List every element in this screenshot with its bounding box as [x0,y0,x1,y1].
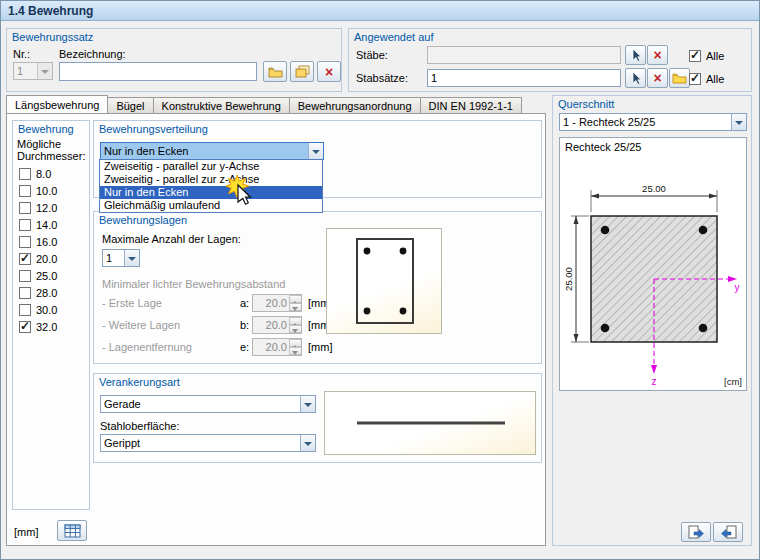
diameter-label: 12.0 [36,202,57,214]
lagenentfernung-label: - Lagenentfernung [102,341,192,353]
chevron-down-icon [308,143,323,159]
document-arrow-icon [720,525,737,539]
diameter-checkbox-28[interactable] [19,287,31,299]
dropdown-option-nur-in-den-ecken[interactable]: Nur in den Ecken [100,186,322,199]
moegliche-durchmesser-label: Mögliche Durchmesser: [17,138,87,162]
chevron-down-icon [300,435,315,451]
document-arrow-icon [688,525,705,539]
group-verankerungsart: Verankerungsart Gerade Stahloberfläche: … [93,373,542,463]
staebe-alle-checkbox[interactable] [689,50,701,62]
spinner-arrows-icon [289,295,301,311]
symbol-e: e: [240,341,249,353]
diameter-checkbox-20[interactable] [19,253,31,265]
group-angewendet-auf: Angewendet auf Stäbe: × Alle Stabsätze: … [348,28,752,92]
diameter-label: 8.0 [36,168,51,180]
table-icon [64,524,81,538]
new-folder-icon [672,72,687,84]
mm-unit-label: [mm] [14,526,38,538]
min-abstand-label: Minimaler lichter Bewehrungsabstand [102,278,285,290]
svg-text:y: y [735,282,740,293]
svg-text:[cm]: [cm] [724,376,742,387]
transfer-section-button-2[interactable] [713,522,743,542]
staebe-pick-button[interactable] [625,45,646,65]
diameter-label: 10.0 [36,185,57,197]
stahloberflaeche-select[interactable]: Gerippt [100,434,316,452]
diameter-label: 20.0 [36,253,57,265]
erste-lage-label: - Erste Lage [102,297,162,309]
tab-buegel[interactable]: Bügel [107,97,153,113]
symbol-a: a: [240,297,249,309]
diameter-label: 14.0 [36,219,57,231]
open-set-button[interactable] [263,61,287,82]
new-stabsatz-button[interactable] [669,68,690,88]
diameter-checkbox-12[interactable] [19,202,31,214]
diameter-label: 30.0 [36,304,57,316]
group-querschnitt: Querschnitt 1 - Rechteck 25/25 Rechteck … [552,95,752,546]
staebe-alle-label: Alle [706,50,724,62]
group-title: Angewendet auf [354,31,434,43]
stabsaetze-alle-label: Alle [706,73,724,85]
diameter-checkbox-8[interactable] [19,168,31,180]
delete-x-icon: × [653,49,661,61]
transfer-section-button-1[interactable] [681,522,711,542]
group-title: Bewehrungsverteilung [99,123,208,135]
copy-set-button[interactable] [290,61,314,82]
diameter-row: 32.0 [19,320,57,334]
diameter-checkbox-30[interactable] [19,304,31,316]
dropdown-option-gleichmaessig[interactable]: Gleichmäßig umlaufend [100,199,322,212]
dialog-title: 1.4 Bewehrung [8,4,93,18]
section-preview-panel: Rechteck 25/25 25.00 25.00 [559,137,747,391]
lagen-illustration [326,228,442,334]
weitere-lagen-spinner: 20.0 [252,316,302,334]
max-lagen-label: Maximale Anzahl der Lagen: [102,233,241,245]
verteilung-select[interactable]: Nur in den Ecken [100,142,324,160]
chevron-down-icon [37,63,52,79]
unit-mm: [mm] [308,341,332,353]
stabsaetze-alle-checkbox[interactable] [689,73,701,85]
diameter-checkbox-14[interactable] [19,219,31,231]
staebe-alle-row: Alle [689,49,724,63]
group-title: Verankerungsart [99,376,180,388]
svg-text:25.00: 25.00 [642,183,666,194]
copy-folder-icon [295,65,310,78]
tab-konstruktive-bewehrung[interactable]: Konstruktive Bewehrung [153,97,290,113]
diameter-row: 10.0 [19,184,57,198]
spinner-arrows-icon [289,317,301,333]
section-name-label: Rechteck 25/25 [565,141,641,153]
lagenentfernung-spinner: 20.0 [252,338,302,356]
bezeichnung-input[interactable] [59,62,257,81]
verankerungsart-select[interactable]: Gerade [100,395,316,413]
group-title: Bewehrung [18,123,74,135]
diameter-settings-button[interactable] [57,520,87,541]
dropdown-option-zweiseitig-y[interactable]: Zweiseitig - parallel zur y-Achse [100,160,322,173]
diameter-checkbox-16[interactable] [19,236,31,248]
diameter-checkbox-32[interactable] [19,321,31,333]
stabsaetze-clear-button[interactable]: × [647,68,668,88]
stabsaetze-pick-button[interactable] [625,68,646,88]
nr-select: 1 [13,62,53,80]
max-lagen-select[interactable]: 1 [102,249,140,267]
pick-arrow-icon [630,48,642,62]
tab-bewehrungsanordnung[interactable]: Bewehrungsanordnung [289,97,421,113]
delete-set-button[interactable]: × [317,61,341,82]
diameter-checkbox-10[interactable] [19,185,31,197]
group-bewehrungslagen: Bewehrungslagen Maximale Anzahl der Lage… [93,211,542,364]
group-bewehrung: Bewehrung Mögliche Durchmesser: 8.0 10.0… [12,120,90,510]
dialog-titlebar[interactable]: 1.4 Bewehrung [1,1,759,21]
diameter-row: 30.0 [19,303,57,317]
staebe-clear-button[interactable]: × [647,45,668,65]
group-title: Bewehrungslagen [99,214,187,226]
dropdown-option-zweiseitig-z[interactable]: Zweiseitig - parallel zur z-Achse [100,173,322,186]
tab-din-en-1992-1-1[interactable]: DIN EN 1992-1-1 [420,97,522,113]
querschnitt-select[interactable]: 1 - Rechteck 25/25 [559,113,747,131]
svg-text:25.00: 25.00 [563,267,574,291]
verteilung-dropdown-list: Zweiseitig - parallel zur y-Achse Zweise… [99,159,323,213]
diameter-row: 8.0 [19,167,51,181]
tab-laengsbewehrung[interactable]: Längsbewehrung [6,95,108,113]
stabsaetze-label: Stabsätze: [356,72,408,84]
stabsaetze-input[interactable] [427,69,621,87]
section-corner-bars-image [327,229,441,333]
diameter-checkbox-25[interactable] [19,270,31,282]
chevron-down-icon [300,396,315,412]
group-title: Querschnitt [558,98,614,110]
